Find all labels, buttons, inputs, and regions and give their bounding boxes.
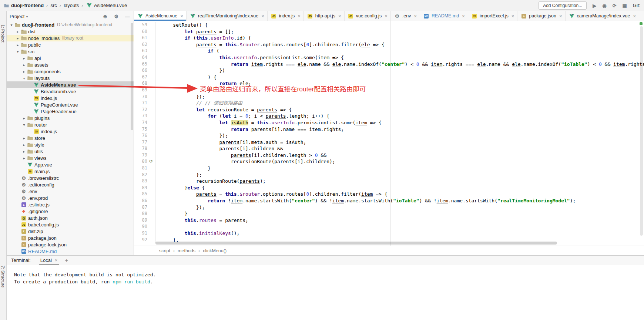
chevron-right-icon[interactable]: ▸ bbox=[15, 30, 20, 34]
editor-breadcrumb-methods[interactable]: methods bbox=[178, 248, 195, 253]
project-view-selector[interactable]: Project ▾ bbox=[10, 14, 28, 19]
code-line[interactable]: 62 parents = this.$router.options.routes… bbox=[134, 41, 644, 48]
chevron-right-icon[interactable]: ▸ bbox=[21, 149, 27, 154]
tree-item-readme-md[interactable]: MDREADME.md bbox=[7, 248, 134, 255]
tab-readme-md[interactable]: MDREADME.md× bbox=[420, 11, 468, 21]
tree-item-style[interactable]: ▸style bbox=[7, 141, 134, 148]
debug-icon[interactable]: ◉ bbox=[602, 3, 606, 8]
code-line[interactable]: 76 }); bbox=[134, 132, 644, 139]
breadcrumb-item-asidemenu-vue[interactable]: AsideMenu.vue bbox=[86, 3, 127, 9]
grid-icon[interactable]: ▦ bbox=[622, 3, 627, 8]
code-line[interactable]: 60 let parents = []; bbox=[134, 28, 644, 35]
chevron-right-icon[interactable]: ▸ bbox=[21, 116, 27, 120]
code-line[interactable]: 75 return parents[i].name === item.right… bbox=[134, 126, 644, 133]
tab-package-json[interactable]: npackage.json× bbox=[517, 11, 565, 21]
close-icon[interactable]: × bbox=[55, 257, 58, 263]
tab-vue-config-js[interactable]: JSvue.config.js× bbox=[345, 11, 391, 21]
tree-item-auth-json[interactable]: {}auth.json bbox=[7, 215, 134, 221]
tree-item-api[interactable]: ▸api bbox=[7, 55, 134, 61]
terminal-output[interactable]: Note that the development build is not o… bbox=[7, 265, 644, 320]
tree-item-plugins[interactable]: ▸plugins bbox=[7, 115, 134, 121]
code-line[interactable]: 90 bbox=[134, 223, 644, 230]
code-line[interactable]: 86 return !item.name.startsWith("center"… bbox=[134, 198, 644, 204]
close-icon[interactable]: × bbox=[338, 13, 341, 19]
close-icon[interactable]: × bbox=[414, 13, 417, 19]
tree-item-duoji-frontend[interactable]: ▾duoji-frontendD:\zheheWeb\duoji-fronten… bbox=[7, 21, 134, 28]
chevron-down-icon[interactable]: ▾ bbox=[21, 76, 27, 80]
editor-breadcrumb-script[interactable]: script bbox=[159, 248, 170, 253]
code-line[interactable]: 61 if (this.userInfo.id) { bbox=[134, 35, 644, 41]
tab-index-js[interactable]: JSindex.js× bbox=[268, 11, 304, 21]
breadcrumb-item-layouts[interactable]: layouts bbox=[64, 3, 79, 8]
tree-item-components[interactable]: ▸components bbox=[7, 68, 134, 75]
tab-importexcel-js[interactable]: JSimportExcel.js× bbox=[468, 11, 517, 21]
code-line[interactable]: 66 }) bbox=[134, 67, 644, 74]
tree-item-src[interactable]: ▾src bbox=[7, 48, 134, 55]
tool-window-structure-button[interactable]: 7: Structure bbox=[1, 266, 5, 287]
chevron-right-icon[interactable]: ▸ bbox=[15, 36, 20, 40]
code-line[interactable]: 70 }); bbox=[134, 94, 644, 100]
code-line[interactable]: 64 this.userInfo.permissionList.some(ite… bbox=[134, 54, 644, 61]
chevron-right-icon[interactable]: ▸ bbox=[21, 70, 27, 74]
tree-item-pagecontent-vue[interactable]: PageContent.vue bbox=[7, 101, 134, 108]
tree-item-env-prod[interactable]: ⚙.env.prod bbox=[7, 195, 134, 201]
tree-item-router[interactable]: ▾router bbox=[7, 121, 134, 128]
tree-item-editorconfig[interactable]: ⚙.editorconfig bbox=[7, 181, 134, 188]
locate-icon[interactable]: ⊕ bbox=[102, 13, 108, 19]
code-line[interactable]: 77 parents[i].meta.auth = isAuth; bbox=[134, 139, 644, 146]
tree-item-app-vue[interactable]: App.vue bbox=[7, 161, 134, 168]
tree-item-eslintrc-js[interactable]: E.eslintrc.js bbox=[7, 201, 134, 208]
close-icon[interactable]: × bbox=[180, 13, 183, 19]
close-icon[interactable]: × bbox=[298, 13, 301, 19]
chevron-right-icon[interactable]: ▸ bbox=[21, 143, 27, 147]
code-line[interactable]: 74 let isAuth = this.userInfo.permission… bbox=[134, 119, 644, 126]
vertical-scrollbar[interactable] bbox=[640, 26, 643, 236]
tree-item-layouts[interactable]: ▾layouts bbox=[7, 75, 134, 81]
tree-item-public[interactable]: ▸public bbox=[7, 41, 134, 48]
code-line[interactable]: 63 if ( bbox=[134, 48, 644, 54]
tree-item-index-js[interactable]: JSindex.js bbox=[7, 95, 134, 101]
code-line[interactable]: 69 } bbox=[134, 87, 644, 94]
new-terminal-button[interactable]: + bbox=[65, 257, 68, 263]
tree-item-dist-zip[interactable]: Zdist.zip bbox=[7, 228, 134, 235]
tree-item-asidemenu-vue[interactable]: AsideMenu.vue bbox=[7, 81, 134, 88]
tool-window-project-button[interactable]: 1: Project bbox=[1, 24, 5, 43]
git-label[interactable]: Git: bbox=[633, 3, 640, 8]
tab-env[interactable]: ⚙.env× bbox=[391, 11, 420, 21]
code-line[interactable]: 65 return item.rights === ele.name && el… bbox=[134, 61, 644, 68]
code-line[interactable]: 80⟳ recursionRoute(parents[i].children); bbox=[134, 158, 644, 165]
tree-item-package-json[interactable]: npackage.json bbox=[7, 235, 134, 241]
tab-cameramanage-index-vue[interactable]: cameraManage\index.vue× bbox=[566, 11, 639, 21]
code-line[interactable]: 78 parents[i].children && bbox=[134, 145, 644, 152]
code-line[interactable]: 73 for (let i = 0; i < parents.length; i… bbox=[134, 113, 644, 119]
tree-item-env[interactable]: ⚙.env bbox=[7, 188, 134, 195]
code-line[interactable]: 85 parents = this.$router.options.routes… bbox=[134, 191, 644, 198]
tree-item-babel-config-js[interactable]: JSbabel.config.js bbox=[7, 221, 134, 228]
settings-icon[interactable]: ⚙ bbox=[113, 13, 120, 19]
code-line[interactable]: 68 return ele; bbox=[134, 80, 644, 87]
close-icon[interactable]: × bbox=[261, 13, 264, 19]
breadcrumb-item-duoji-frontend[interactable]: duoji-frontend bbox=[3, 3, 44, 9]
horizontal-scrollbar[interactable] bbox=[155, 242, 557, 245]
code-line[interactable]: 82 }; bbox=[134, 172, 644, 178]
hide-icon[interactable]: — bbox=[124, 13, 131, 19]
tree-item-index-js[interactable]: JSindex.js bbox=[7, 128, 134, 135]
tree-item-pageheader-vue[interactable]: PageHeader.vue bbox=[7, 108, 134, 115]
tree-item-store[interactable]: ▸store bbox=[7, 135, 134, 141]
tree-item-node-modules[interactable]: ▸node_moduleslibrary root bbox=[7, 35, 134, 41]
code-line[interactable]: 89 this.routes = parents; bbox=[134, 217, 644, 224]
code-line[interactable]: 67 ) { bbox=[134, 74, 644, 81]
inspection-status-icon[interactable] bbox=[640, 22, 643, 25]
tab-asidemenu-vue[interactable]: AsideMenu.vue× bbox=[134, 11, 187, 21]
code-line[interactable]: 72 let recursionRoute = parents => { bbox=[134, 107, 644, 113]
code-editor[interactable]: 59 setRoute() {60 let parents = [];61 if… bbox=[134, 21, 644, 246]
tree-item-assets[interactable]: ▸assets bbox=[7, 61, 134, 68]
close-icon[interactable]: × bbox=[462, 13, 465, 19]
chevron-right-icon[interactable]: ▸ bbox=[21, 136, 27, 140]
sync-icon[interactable]: ⟳ bbox=[613, 3, 617, 8]
tree-item-browserslistrc[interactable]: ⚙.browserslistrc bbox=[7, 175, 134, 181]
close-icon[interactable]: × bbox=[511, 13, 514, 19]
code-line[interactable]: 91 this.initialKeys(); bbox=[134, 230, 644, 237]
tree-item-main-js[interactable]: JSmain.js bbox=[7, 168, 134, 175]
close-icon[interactable]: × bbox=[559, 13, 562, 19]
